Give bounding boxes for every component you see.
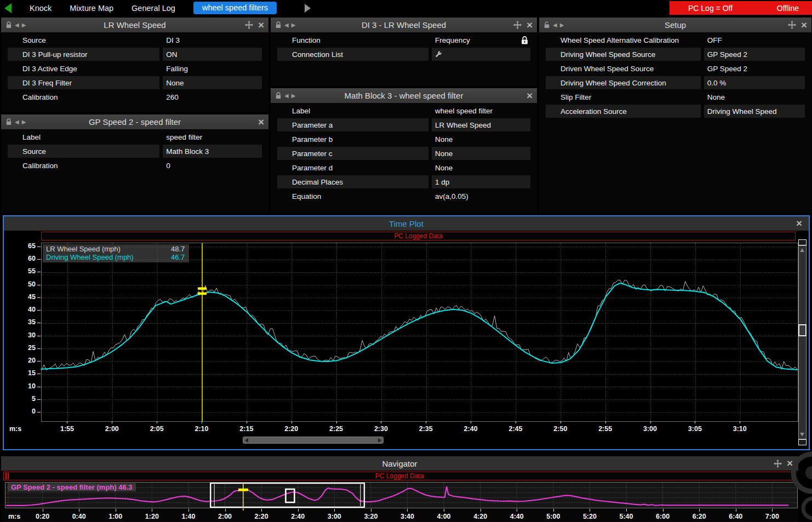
setting-row[interactable]: Decimal Places1 dp — [271, 175, 537, 189]
panel-header[interactable]: ◀▶ LR Wheel Speed × — [1, 18, 268, 32]
panel-prev-icon[interactable]: ◀ — [553, 22, 557, 28]
lock-icon[interactable] — [275, 21, 282, 28]
move-icon[interactable] — [774, 460, 782, 468]
setting-value[interactable]: 1 dp — [432, 175, 530, 188]
scroll-tabs-right-icon[interactable] — [305, 4, 311, 13]
panel-header[interactable]: ◀▶ DI 3 - LR Wheel Speed × — [271, 18, 537, 32]
vertical-zoom-scrollbar[interactable] — [798, 239, 807, 445]
setting-value[interactable]: None — [704, 90, 805, 104]
close-icon[interactable]: × — [796, 219, 809, 228]
setting-row[interactable]: Parameter bNone — [271, 132, 537, 146]
setting-row[interactable]: SourceMath Block 3 — [1, 144, 268, 158]
setting-row[interactable]: Driven Wheel Speed SourceGP Speed 2 — [539, 61, 811, 76]
setting-value[interactable]: None — [432, 133, 530, 146]
setting-value[interactable]: OFF — [704, 33, 805, 47]
setting-value[interactable]: ON — [163, 48, 262, 61]
close-icon[interactable]: × — [258, 118, 264, 127]
scrollbar-track[interactable] — [798, 245, 807, 439]
scroll-down-icon[interactable] — [800, 433, 804, 437]
setting-row[interactable]: Connection List — [271, 47, 537, 61]
setting-value[interactable]: Driving Wheel Speed — [704, 105, 805, 118]
close-icon[interactable]: × — [787, 459, 793, 468]
tab-general-log[interactable]: General Log — [131, 4, 175, 13]
setting-value[interactable]: GP Speed 2 — [704, 48, 805, 61]
panel-header[interactable]: ◀▶ GP Speed 2 - speed filter × — [1, 114, 268, 129]
scroll-tabs-left-icon[interactable] — [4, 3, 12, 13]
setting-value-text: ON — [166, 50, 177, 59]
close-icon[interactable]: × — [527, 91, 533, 100]
close-icon[interactable]: × — [527, 21, 533, 30]
setting-value[interactable]: Frequency — [432, 33, 530, 47]
panel-prev-icon[interactable]: ◀ — [15, 22, 19, 28]
setting-row[interactable]: Driving Wheel Speed Correction0.0 % — [539, 76, 811, 90]
setting-value[interactable]: None — [163, 76, 262, 89]
navigator-marker-box[interactable] — [285, 489, 294, 502]
panel-prev-icon[interactable]: ◀ — [15, 119, 19, 125]
setting-row[interactable]: Acceleration SourceDriving Wheel Speed — [539, 104, 811, 118]
setting-row[interactable]: DI 3 Freq FilterNone — [1, 76, 268, 90]
setting-value[interactable]: DI 3 — [163, 33, 262, 47]
move-icon[interactable] — [788, 21, 796, 29]
setting-value[interactable]: 0.0 % — [704, 76, 805, 89]
tab-mixture-map[interactable]: Mixture Map — [70, 4, 113, 13]
panel-next-icon[interactable]: ▶ — [22, 119, 26, 125]
navigator-header[interactable]: Navigator × — [1, 456, 798, 471]
unlock-icon[interactable] — [544, 21, 550, 28]
tab-wheel-speed-filters[interactable]: wheel speed filters — [193, 2, 277, 14]
setting-row[interactable]: SourceDI 3 — [1, 33, 268, 47]
move-icon[interactable] — [513, 21, 522, 29]
setting-value[interactable]: GP Speed 2 — [704, 62, 805, 75]
close-icon[interactable]: × — [801, 21, 807, 30]
setting-row[interactable]: Parameter cNone — [271, 146, 537, 160]
setting-row[interactable]: Labelspeed filter — [1, 130, 268, 144]
panel-next-icon[interactable]: ▶ — [22, 22, 26, 28]
setting-value[interactable]: LR Wheel Speed — [432, 118, 530, 131]
time-plot-header[interactable]: Time Plot × — [4, 216, 809, 231]
close-icon[interactable]: × — [258, 21, 264, 30]
scrollbar-thumb[interactable] — [798, 324, 807, 336]
setting-row[interactable]: Wheel Speed Alternative CalibrationOFF — [539, 33, 811, 47]
setting-value[interactable]: speed filter — [163, 130, 262, 144]
panel-prev-icon[interactable]: ◀ — [284, 93, 289, 99]
setting-row[interactable]: Driving Wheel Speed SourceGP Speed 2 — [539, 47, 811, 61]
wrench-icon[interactable] — [435, 51, 442, 58]
lock-icon[interactable] — [275, 92, 282, 99]
panel-header[interactable]: ◀▶ Math Block 3 - wheel speed filter × — [271, 88, 537, 103]
scrollbar-resize-handle-bottom[interactable] — [798, 439, 807, 445]
lock-icon[interactable] — [5, 21, 12, 28]
setting-row[interactable]: Labelwheel speed filter — [271, 104, 537, 118]
setting-row[interactable]: Equationav(a,0.05) — [271, 189, 537, 203]
setting-value[interactable]: Falling — [163, 62, 262, 75]
setting-value[interactable]: 0 — [163, 159, 262, 172]
scroll-left-icon[interactable] — [245, 438, 248, 443]
setting-value[interactable]: None — [432, 147, 530, 160]
setting-value[interactable] — [432, 48, 530, 61]
panel-next-icon[interactable]: ▶ — [291, 22, 296, 28]
setting-row[interactable]: Calibration260 — [1, 90, 268, 104]
panel-next-icon[interactable]: ▶ — [291, 93, 296, 99]
move-icon[interactable] — [245, 21, 253, 29]
setting-row[interactable]: Parameter aLR Wheel Speed — [271, 118, 537, 132]
setting-row[interactable]: Parameter dNone — [271, 160, 537, 175]
setting-value[interactable]: 260 — [163, 90, 262, 104]
setting-row[interactable]: FunctionFrequency — [271, 33, 537, 47]
setting-value[interactable]: wheel speed filter — [432, 104, 530, 117]
setting-row[interactable]: DI 3 Pull-up resistorON — [1, 47, 268, 61]
setting-value[interactable]: Math Block 3 — [163, 145, 262, 158]
setting-row[interactable]: Slip FilterNone — [539, 90, 811, 104]
tab-knock[interactable]: Knock — [30, 4, 52, 13]
horizontal-scrollbar[interactable] — [243, 437, 384, 444]
lock-icon[interactable] — [5, 118, 12, 125]
panel-prev-icon[interactable]: ◀ — [284, 22, 289, 28]
setting-value[interactable]: av(a,0.05) — [432, 190, 530, 203]
scroll-right-icon[interactable] — [378, 438, 381, 443]
navigator-selection-window[interactable] — [210, 483, 364, 507]
setting-row[interactable]: DI 3 Active EdgeFalling — [1, 61, 268, 76]
panel-header[interactable]: ◀▶ Setup × — [539, 18, 811, 32]
setting-row[interactable]: Calibration0 — [1, 158, 268, 173]
scroll-up-icon[interactable] — [800, 248, 804, 252]
panel-next-icon[interactable]: ▶ — [560, 22, 564, 28]
setting-value[interactable]: None — [432, 161, 530, 174]
scrollbar-resize-handle-top[interactable] — [798, 239, 807, 245]
time-plot-canvas[interactable] — [41, 243, 798, 422]
